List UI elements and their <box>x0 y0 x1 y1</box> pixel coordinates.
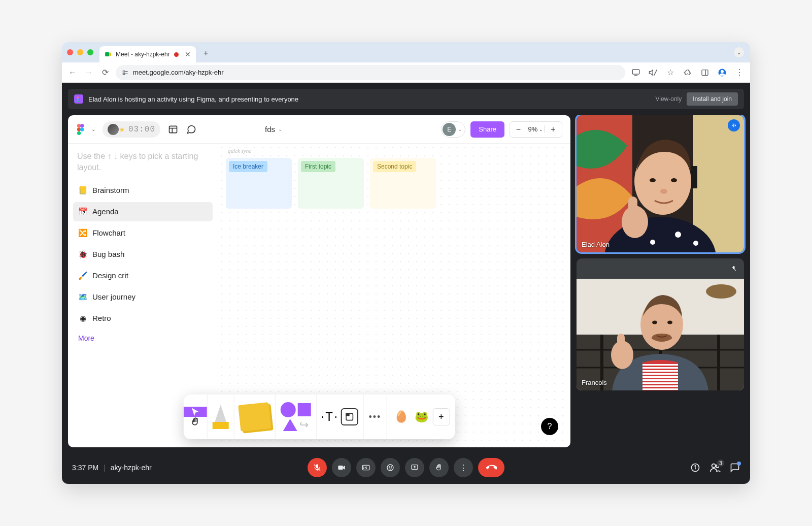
chat-unread-dot-icon <box>737 462 741 466</box>
svg-point-34 <box>693 241 698 246</box>
zoom-value-dropdown[interactable]: 9%⌄ <box>527 125 545 133</box>
svg-rect-8 <box>702 70 708 75</box>
main-content: ⌄ ★ 03:00 fds ⌄ E ⌄ <box>62 115 750 453</box>
text-tool-button[interactable]: •T• <box>322 410 337 424</box>
meeting-details-button[interactable] <box>690 463 700 473</box>
svg-point-19 <box>80 127 84 131</box>
card-label: First topic <box>301 161 335 172</box>
section-tool-button[interactable] <box>341 408 358 425</box>
video-tile-francois[interactable]: Francois <box>577 258 744 390</box>
layout-item-designcrit[interactable]: 🖌️Design crit <box>73 266 213 285</box>
new-tab-button[interactable]: + <box>200 47 212 59</box>
muted-indicator-icon <box>728 262 740 275</box>
add-sticker-button[interactable]: + <box>432 408 450 425</box>
timer-icon <box>108 124 119 135</box>
chat-panel-button[interactable] <box>730 463 740 473</box>
svg-point-58 <box>652 321 657 324</box>
zoom-out-button[interactable]: − <box>510 125 527 134</box>
people-count-badge: 3 <box>717 459 725 467</box>
sticker-frog-button[interactable]: 🐸 <box>412 408 430 426</box>
mic-toggle-button[interactable] <box>308 458 327 477</box>
window-minimize-button[interactable] <box>77 49 83 55</box>
view-only-label: View-only <box>655 95 682 103</box>
tab-dropdown-button[interactable]: ⌄ <box>734 47 744 57</box>
video-tile-elad[interactable]: Elad Alon <box>577 115 744 252</box>
participant-tiles: Elad Alon <box>577 115 744 447</box>
figma-file-title[interactable]: fds ⌄ <box>265 125 282 134</box>
reactions-button[interactable] <box>381 458 400 477</box>
sticker-egg-button[interactable]: 🥚 <box>392 408 410 426</box>
svg-rect-1 <box>123 71 125 72</box>
people-panel-button[interactable]: 3 <box>709 462 721 473</box>
raise-hand-button[interactable] <box>429 458 449 477</box>
toolbar-right: ☆ ⋮ <box>630 67 745 78</box>
nav-reload-button[interactable]: ⟳ <box>99 67 111 78</box>
meet-right-controls: 3 <box>690 462 740 473</box>
figma-app-icon <box>74 94 83 104</box>
browser-tab[interactable]: Meet - aky-hzpk-ehr ✕ <box>99 46 196 62</box>
svg-point-72 <box>712 464 716 468</box>
install-join-button[interactable]: Install and join <box>687 92 738 106</box>
text-tools-group: •T• <box>317 394 364 439</box>
screen-share-icon[interactable] <box>630 67 641 78</box>
shapes-tool-button[interactable]: ↪ <box>276 394 317 439</box>
timer-widget[interactable]: ★ 03:00 <box>103 121 160 138</box>
more-tools-button[interactable]: ••• <box>363 394 387 439</box>
more-options-button[interactable]: ⋮ <box>454 458 473 477</box>
layout-item-bugbash[interactable]: 🐞Bug bash <box>73 245 213 264</box>
layout-grid-icon[interactable] <box>167 124 179 135</box>
card-ice-breaker[interactable]: Ice breaker <box>226 158 292 209</box>
help-button[interactable]: ? <box>541 418 558 435</box>
window-close-button[interactable] <box>67 49 73 55</box>
layout-item-retro[interactable]: ◉Retro <box>73 309 213 328</box>
mute-tab-icon[interactable] <box>648 67 659 78</box>
side-panel-icon[interactable] <box>699 67 710 78</box>
window-maximize-button[interactable] <box>87 49 93 55</box>
layout-label: Bug bash <box>92 250 124 258</box>
participant-name: Francois <box>582 379 607 386</box>
tab-close-button[interactable]: ✕ <box>185 50 191 58</box>
nav-forward-button[interactable]: → <box>83 67 94 78</box>
more-layouts-link[interactable]: More <box>73 330 213 346</box>
nav-back-button[interactable]: ← <box>67 67 78 78</box>
select-tool-button[interactable] <box>184 407 207 417</box>
layout-item-agenda[interactable]: 📅Agenda <box>73 202 213 221</box>
participants-dropdown[interactable]: E ⌄ <box>441 121 465 138</box>
banner-text: Elad Alon is hosting an activity using F… <box>88 95 298 103</box>
pencil-tool-button[interactable] <box>208 394 234 439</box>
card-second-topic[interactable]: Second topic <box>370 158 436 209</box>
share-button[interactable]: Share <box>470 121 504 138</box>
target-icon: ◉ <box>78 314 87 323</box>
brainstorm-icon: 📒 <box>78 186 87 195</box>
comment-icon[interactable] <box>186 124 197 135</box>
leave-call-button[interactable] <box>478 458 504 477</box>
figma-presentation: ⌄ ★ 03:00 fds ⌄ E ⌄ <box>68 115 570 447</box>
camera-toggle-button[interactable] <box>332 458 351 477</box>
zoom-controls: − 9%⌄ + <box>510 121 562 138</box>
present-screen-button[interactable] <box>405 458 424 477</box>
url-text: meet.google.com/aky-hzpk-ehr <box>133 69 223 76</box>
figma-logo-icon[interactable] <box>76 124 84 135</box>
svg-rect-42 <box>733 124 734 127</box>
sticky-note-tool-button[interactable] <box>234 394 276 439</box>
zoom-in-button[interactable]: + <box>545 125 562 134</box>
figma-menu-chevron-icon[interactable]: ⌄ <box>91 126 95 132</box>
address-bar[interactable]: meet.google.com/aky-hzpk-ehr <box>116 65 625 80</box>
card-first-topic[interactable]: First topic <box>298 158 364 209</box>
meeting-code: aky-hzpk-ehr <box>111 464 152 472</box>
site-settings-icon[interactable] <box>122 69 129 76</box>
hand-tool-button[interactable] <box>184 417 207 427</box>
recording-indicator-icon <box>174 52 179 57</box>
captions-button[interactable] <box>356 458 376 477</box>
layout-item-flowchart[interactable]: 🔀Flowchart <box>73 223 213 243</box>
layout-item-userjourney[interactable]: 🗺️User journey <box>73 287 213 307</box>
profile-avatar-icon[interactable] <box>717 67 728 78</box>
layout-item-brainstorm[interactable]: 📒Brainstorm <box>73 181 213 200</box>
extensions-icon[interactable] <box>682 67 693 78</box>
bookmark-icon[interactable]: ☆ <box>665 67 676 78</box>
svg-rect-52 <box>642 363 678 390</box>
browser-menu-button[interactable]: ⋮ <box>734 67 745 78</box>
svg-point-15 <box>77 101 79 102</box>
svg-point-65 <box>387 465 393 471</box>
svg-rect-21 <box>170 126 177 133</box>
